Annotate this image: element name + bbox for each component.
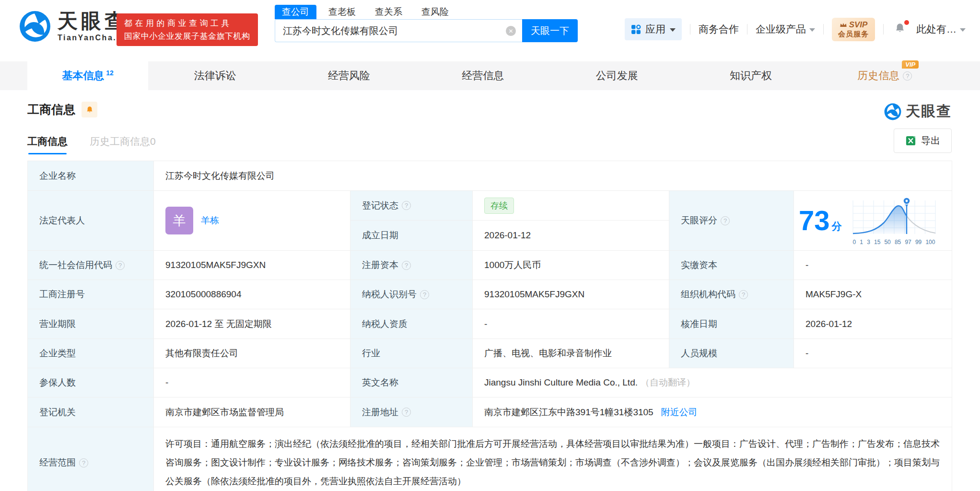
watermark-text: 天眼查	[906, 102, 952, 121]
tab-legal-cases[interactable]: 法律诉讼	[148, 61, 282, 90]
cooperation-link[interactable]: 商务合作	[699, 23, 739, 36]
clear-search-icon[interactable]	[506, 26, 516, 36]
business-scope-label-cell: 经营范围	[28, 427, 154, 491]
org-code-label: 组织机构代码	[681, 288, 735, 301]
reg-address-help-icon[interactable]	[402, 408, 411, 417]
table-row: 登记机关 南京市建邺区市场监督管理局 注册地址 南京市建邺区江东中路391号1幢…	[28, 397, 952, 427]
vip-badge: VIP	[902, 60, 919, 69]
enterprise-products-menu[interactable]: 企业级产品	[756, 23, 815, 36]
company-nav-tabs: 基本信息 12 法律诉讼 经营风险 经营信息 公司发展 知识产权 历史信息 VI…	[0, 61, 980, 90]
tab-history-info[interactable]: 历史信息 VIP	[818, 61, 952, 90]
tab-intellectual-property[interactable]: 知识产权	[684, 61, 817, 90]
tab-operation-info[interactable]: 经营信息	[416, 61, 550, 90]
reg-status-help-icon[interactable]	[402, 201, 411, 210]
subtab-business-info[interactable]: 工商信息	[27, 135, 68, 154]
org-code-help-icon[interactable]	[739, 290, 748, 299]
promo-line-1: 都在用的商业查询工具	[124, 17, 250, 30]
taxpayer-id-label-cell: 纳税人识别号	[350, 280, 473, 309]
promo-line-2: 国家中小企业发展子基金旗下机构	[124, 30, 250, 43]
english-name-value-cell: Jiangsu Jinshi Culture Media Co., Ltd.（自…	[473, 368, 952, 397]
reg-address-value-cell: 南京市建邺区江东中路391号1幢31楼3105附近公司	[473, 397, 952, 427]
credit-code-label-cell: 统一社会信用代码	[28, 251, 154, 280]
taxpayer-id-value: 91320105MAK5FJ9GXN	[473, 280, 669, 309]
score-distribution-chart: 01 315 5085 9799 100	[848, 196, 940, 246]
divider	[690, 24, 690, 35]
reg-address-label: 注册地址	[362, 406, 398, 419]
subtab-history-business-info[interactable]: 历史工商信息0	[90, 135, 156, 154]
section-title: 工商信息	[27, 102, 75, 117]
subtabs: 工商信息 历史工商信息0	[27, 135, 952, 154]
nearby-companies-link[interactable]: 附近公司	[661, 407, 698, 417]
business-info-section: 工商信息 天眼查 工商信息 历史工商信息0 导出	[0, 90, 980, 491]
crown-icon	[840, 22, 847, 28]
reg-number-label: 工商注册号	[28, 280, 154, 309]
chevron-down-icon	[809, 28, 815, 32]
english-name-label: 英文名称	[350, 368, 473, 397]
table-row: 法定代表人 羊 羊栋 登记状态 存续 天眼评分 73 分	[28, 191, 952, 221]
business-info-table: 企业名称 江苏今时文化传媒有限公司 法定代表人 羊 羊栋 登记状态 存续 天眼评…	[27, 161, 952, 491]
industry-label: 行业	[350, 339, 473, 368]
svip-member-button[interactable]: SVIP 会员服务	[832, 18, 875, 41]
taxpayer-id-help-icon[interactable]	[420, 290, 429, 299]
apps-grid-icon	[631, 24, 641, 35]
chevron-down-icon	[670, 28, 676, 32]
staff-size-label: 人员规模	[669, 339, 794, 368]
excel-icon	[905, 135, 916, 146]
business-scope-help-icon[interactable]	[79, 458, 88, 468]
tab-company-development[interactable]: 公司发展	[550, 61, 684, 90]
tab-operation-risk[interactable]: 经营风险	[282, 61, 416, 90]
legal-rep-link[interactable]: 羊栋	[201, 214, 219, 227]
credit-code-value: 91320105MAK5FJ9GXN	[154, 251, 350, 280]
user-account-menu[interactable]: 此处有…	[916, 23, 966, 36]
score-label-cell: 天眼评分	[669, 191, 794, 251]
apps-menu-button[interactable]: 应用	[625, 18, 682, 40]
export-label: 导出	[921, 134, 940, 147]
svip-label: SVIP	[849, 20, 868, 30]
approval-date-label: 核准日期	[669, 309, 794, 339]
insured-count-value: -	[154, 368, 350, 397]
reg-number-value: 320105000886904	[154, 280, 350, 309]
score-label: 天眼评分	[681, 214, 717, 227]
paid-capital-label: 实缴资本	[669, 251, 794, 280]
history-help-icon[interactable]	[903, 71, 912, 81]
search-input[interactable]	[275, 19, 522, 42]
search-button[interactable]: 天眼一下	[522, 19, 578, 42]
credit-code-help-icon[interactable]	[116, 261, 125, 270]
brand-swirl-icon	[884, 103, 901, 120]
table-row: 营业期限 2026-01-12 至 无固定期限 纳税人资质 - 核准日期 202…	[28, 309, 952, 339]
status-badge: 存续	[484, 198, 514, 214]
reg-capital-label: 注册资本	[362, 259, 398, 271]
score-help-icon[interactable]	[721, 216, 730, 225]
company-type-value: 其他有限责任公司	[154, 339, 350, 368]
search-tab-relation[interactable]: 查关系	[368, 5, 409, 19]
tab-basic-info[interactable]: 基本信息 12	[27, 61, 148, 90]
tab-basic-info-count: 12	[106, 69, 114, 77]
monitor-bell-button[interactable]	[82, 102, 97, 117]
business-term-value: 2026-01-12 至 无固定期限	[154, 309, 350, 339]
taxpayer-quality-label: 纳税人资质	[350, 309, 473, 339]
chevron-down-icon	[960, 28, 966, 32]
legal-rep-avatar[interactable]: 羊	[165, 207, 193, 234]
notifications-button[interactable]	[892, 21, 908, 37]
reg-address-value: 南京市建邺区江东中路391号1幢31楼3105	[484, 407, 653, 417]
search-bar: 天眼一下	[275, 19, 578, 42]
search-tab-company[interactable]: 查公司	[275, 5, 316, 19]
legal-rep-label: 法定代表人	[28, 191, 154, 251]
search-tab-boss[interactable]: 查老板	[321, 5, 363, 19]
reg-status-label: 登记状态	[362, 199, 398, 212]
search-tab-risk[interactable]: 查风险	[414, 5, 456, 19]
company-type-label: 企业类型	[28, 339, 154, 368]
org-code-value: MAK5FJ9G-X	[794, 280, 952, 309]
search-block: 查公司 查老板 查关系 查风险 天眼一下	[275, 5, 578, 42]
auto-translate-note: （自动翻译）	[641, 377, 695, 387]
notification-dot	[904, 20, 909, 25]
search-input-wrap	[275, 19, 522, 42]
export-button[interactable]: 导出	[894, 129, 952, 153]
header-menu: 应用 商务合作 企业级产品 SVIP 会员服务	[625, 17, 966, 41]
org-code-label-cell: 组织机构代码	[669, 280, 794, 309]
reg-authority-label: 登记机关	[28, 397, 154, 427]
reg-capital-help-icon[interactable]	[402, 261, 411, 270]
divider	[823, 24, 824, 35]
promo-banner: 都在用的商业查询工具 国家中小企业发展子基金旗下机构	[117, 13, 258, 46]
user-name: 此处有…	[916, 23, 957, 36]
